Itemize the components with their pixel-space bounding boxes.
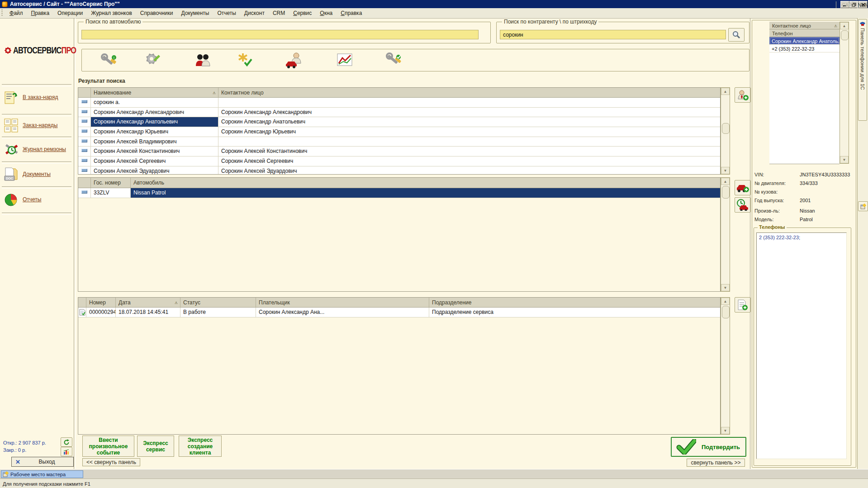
- table-cell[interactable]: 18.07.2018 14:45:41: [116, 308, 180, 317]
- add-order-button[interactable]: [735, 297, 751, 313]
- row-selector-cell[interactable]: [78, 127, 91, 137]
- orders-scrollbar[interactable]: ▲ ▼: [721, 297, 730, 435]
- contact-row[interactable]: Сорокин Александр Анатоль...: [769, 37, 840, 45]
- table-cell[interactable]: 00000029454: [86, 308, 116, 317]
- sidebar-item-documents[interactable]: DOC Документы: [3, 164, 71, 184]
- table-row[interactable]: Сорокин Алексей ЭдуардовичСорокин Алексе…: [78, 166, 720, 175]
- custom-event-button[interactable]: Ввести произвольное событие: [82, 436, 134, 457]
- orders-date-header[interactable]: Дата ▲: [116, 298, 180, 307]
- table-row[interactable]: Сорокин Алексей КонстантиновичСорокин Ал…: [78, 147, 720, 156]
- row-selector-cell[interactable]: [78, 137, 91, 147]
- sidebar-item-repair-log[interactable]: Журнал ремзоны: [3, 139, 71, 159]
- car-history-button[interactable]: [735, 197, 751, 213]
- confirm-button[interactable]: Подтвердить: [671, 437, 746, 457]
- table-cell[interactable]: Сорокин Алексей Константинович: [218, 147, 721, 156]
- panel-pin-button[interactable]: [858, 201, 868, 211]
- collapse-right-panel-button[interactable]: свернуть панель >>: [687, 459, 745, 467]
- menu-item[interactable]: Правка: [27, 9, 54, 18]
- table-cell[interactable]: Сорокин Алексей Эдуардович: [91, 166, 218, 175]
- sidebar-item-to-workorder[interactable]: В заказ-наряд: [3, 87, 71, 107]
- table-cell[interactable]: Сорокин Алексей Константинович: [91, 147, 218, 156]
- scroll-down-icon[interactable]: ▼: [721, 284, 730, 291]
- table-cell[interactable]: Сорокин Александр Анатольевич: [218, 117, 721, 127]
- row-selector-cell[interactable]: [78, 108, 91, 117]
- contact-header[interactable]: Контактное лицо ▲: [769, 22, 840, 29]
- table-cell[interactable]: [218, 137, 721, 147]
- table-cell[interactable]: 33ZLV: [91, 188, 131, 198]
- orders-department-header[interactable]: Подразделение: [429, 298, 721, 307]
- row-selector-cell[interactable]: [78, 308, 86, 317]
- chart-button[interactable]: [61, 447, 72, 456]
- scroll-up-icon[interactable]: ▲: [840, 22, 849, 29]
- table-row[interactable]: Сорокин Алексей СергеевичСорокин Алексей…: [78, 156, 720, 166]
- table-row[interactable]: 0000002945418.07.2018 14:45:41В работеСо…: [78, 308, 720, 317]
- chart-icon[interactable]: [336, 52, 353, 69]
- table-cell[interactable]: Сорокин Алексей Сергеевич: [218, 156, 721, 166]
- results-contact-header[interactable]: Контактное лицо: [218, 88, 721, 97]
- menu-item[interactable]: Справка: [337, 9, 366, 18]
- orders-status-header[interactable]: Статус: [180, 298, 256, 307]
- scroll-up-icon[interactable]: ▲: [721, 298, 730, 305]
- sidebar-item-reports[interactable]: Отчеты: [3, 190, 71, 209]
- table-cell[interactable]: Сорокин Александр Юрьевич: [91, 127, 218, 137]
- telephony-panel-tab[interactable]: Панель телефонии для 1С: [858, 19, 867, 121]
- table-cell[interactable]: Сорокин Александр Александрович: [218, 108, 721, 117]
- exit-button[interactable]: ✕ Выход: [11, 457, 74, 467]
- menu-item[interactable]: Отчеты: [213, 9, 240, 18]
- row-selector-cell[interactable]: [78, 117, 91, 127]
- row-selector-cell[interactable]: [78, 98, 91, 107]
- express-client-button[interactable]: Экспресс создание клиента: [179, 436, 222, 457]
- scroll-up-icon[interactable]: ▲: [721, 178, 730, 185]
- orders-selector-header[interactable]: [78, 298, 86, 307]
- table-row[interactable]: Сорокин Александр АлександровичСорокин А…: [78, 108, 720, 118]
- table-cell[interactable]: В работе: [180, 308, 256, 317]
- table-cell[interactable]: Сорокин Александр Ана...: [256, 308, 429, 317]
- collapse-left-panel-button[interactable]: << свернуть панель: [82, 458, 140, 466]
- phones-text[interactable]: 2 (353) 222-32-23;: [756, 232, 847, 459]
- menu-item[interactable]: Журнал звонков: [87, 9, 136, 18]
- cars-plate-header[interactable]: Гос. номер: [91, 178, 131, 188]
- search-agent-input[interactable]: [500, 30, 726, 39]
- table-cell[interactable]: Сорокин Александр Анатольевич: [91, 117, 218, 127]
- menu-item[interactable]: Дисконт: [240, 9, 269, 18]
- refresh-button[interactable]: [61, 437, 72, 447]
- table-cell[interactable]: Сорокин Александр Александрович: [91, 108, 218, 117]
- cars-selector-header[interactable]: [78, 178, 91, 188]
- menu-item[interactable]: CRM: [269, 9, 289, 18]
- results-name-header[interactable]: Наименование ▲: [91, 88, 218, 97]
- table-row[interactable]: Сорокин Алексей Владимирович: [78, 137, 720, 147]
- add-client-button[interactable]: [735, 87, 751, 103]
- scroll-down-icon[interactable]: ▼: [721, 167, 730, 174]
- table-cell[interactable]: Подразделение сервиса: [429, 308, 721, 317]
- menu-item[interactable]: Сервис: [289, 9, 316, 18]
- table-row[interactable]: 33ZLVNissan Patrol: [78, 188, 720, 198]
- table-row[interactable]: Сорокин Александр ЮрьевичСорокин Алексан…: [78, 127, 720, 137]
- add-car-button[interactable]: [735, 180, 751, 195]
- star-check-icon[interactable]: [236, 52, 253, 69]
- menu-item[interactable]: Операции: [53, 9, 87, 18]
- table-cell[interactable]: сорокин а.: [91, 98, 218, 107]
- table-cell[interactable]: Сорокин Алексей Владимирович: [91, 137, 218, 147]
- sidebar-item-workorders[interactable]: Заказ-наряды: [3, 115, 71, 135]
- tools-info-icon[interactable]: i: [101, 52, 118, 69]
- scroll-up-icon[interactable]: ▲: [721, 88, 730, 95]
- gear-edit-icon[interactable]: [144, 52, 161, 69]
- search-button[interactable]: [728, 28, 745, 42]
- phone-row[interactable]: +2 (353) 222-32-23: [769, 45, 840, 52]
- contact-scrollbar[interactable]: ▲ ▼: [840, 22, 849, 164]
- table-cell[interactable]: Nissan Patrol: [131, 188, 721, 198]
- row-selector-cell[interactable]: [78, 166, 91, 175]
- results-scrollbar[interactable]: ▲ ▼: [721, 87, 730, 175]
- express-service-button[interactable]: Экспресс сервис: [137, 436, 174, 457]
- scroll-down-icon[interactable]: ▼: [840, 156, 849, 163]
- cars-model-header[interactable]: Автомобиль: [131, 178, 721, 188]
- table-row[interactable]: Сорокин Александр АнатольевичСорокин Але…: [78, 117, 720, 127]
- search-auto-input[interactable]: [81, 30, 479, 39]
- orders-number-header[interactable]: Номер: [86, 298, 116, 307]
- cars-scrollbar[interactable]: ▲ ▼: [721, 177, 730, 292]
- clients-icon[interactable]: [194, 52, 211, 69]
- table-cell[interactable]: Сорокин Алексей Сергеевич: [91, 156, 218, 166]
- menu-item[interactable]: Окна: [316, 9, 337, 18]
- client-car-icon[interactable]: [285, 52, 303, 69]
- table-cell[interactable]: Сорокин Алексей Эдуардович: [218, 166, 721, 175]
